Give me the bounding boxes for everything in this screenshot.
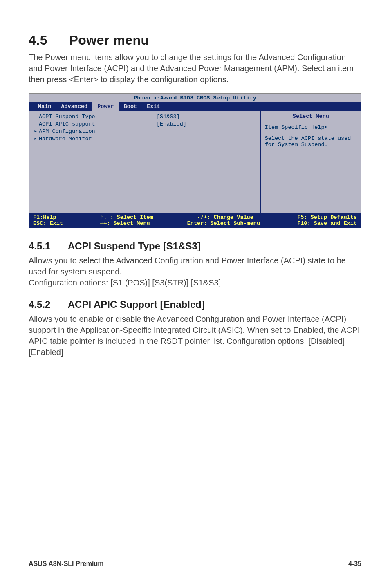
bios-footer: F1:Help ↑↓ : Select Item -/+: Change Val… bbox=[29, 213, 361, 228]
subsection-number: 4.5.1 bbox=[29, 240, 65, 252]
bios-item-value[interactable]: [Enabled] bbox=[157, 121, 255, 128]
bios-key-change: -/+: Change Value bbox=[197, 214, 253, 220]
subsection-body: Allows you to select the Advanced Config… bbox=[29, 255, 361, 277]
subsection-number: 4.5.2 bbox=[29, 299, 65, 310]
subsection-title: ACPI APIC Support [Enabled] bbox=[68, 299, 205, 310]
heading-number: 4.5 bbox=[29, 33, 65, 48]
footer-right: 4-35 bbox=[348, 560, 361, 568]
bios-tab-exit[interactable]: Exit bbox=[142, 102, 165, 111]
bios-key-select-item: ↑↓ : Select Item bbox=[100, 214, 153, 220]
bios-key-f5: F5: Setup Defaults bbox=[297, 214, 357, 220]
bios-item[interactable]: ACPI Suspend Type bbox=[34, 113, 132, 121]
bios-item-value[interactable]: [S1&S3] bbox=[157, 113, 255, 121]
bios-body: ACPI Suspend Type ACPI APIC support ▸APM… bbox=[29, 111, 361, 213]
subsection-body: Allows you to enable or disable the Adva… bbox=[29, 314, 361, 358]
submenu-triangle-icon: ▸ bbox=[34, 135, 39, 143]
bios-item-value bbox=[157, 135, 255, 143]
bios-settings-pane: ACPI Suspend Type ACPI APIC support ▸APM… bbox=[29, 111, 260, 213]
bios-key-esc: ESC: Exit bbox=[33, 220, 63, 227]
bios-tab-bar: Main Advanced Power Boot Exit bbox=[29, 102, 361, 111]
footer-left: ASUS A8N-SLI Premium bbox=[29, 560, 103, 568]
page: 4.5 Power menu The Power menu items allo… bbox=[0, 0, 390, 588]
bios-tab-advanced[interactable]: Advanced bbox=[56, 102, 92, 111]
bios-key-f1: F1:Help bbox=[33, 214, 56, 220]
bios-tab-boot[interactable]: Boot bbox=[119, 102, 142, 111]
bios-screenshot: Phoenix-Award BIOS CMOS Setup Utility Ma… bbox=[29, 93, 361, 228]
bios-tab-main[interactable]: Main bbox=[33, 102, 56, 111]
help-triangle-icon: ▸ bbox=[325, 123, 328, 130]
submenu-triangle-icon: ▸ bbox=[34, 128, 39, 135]
subsection-title: ACPI Suspend Type [S1&S3] bbox=[68, 240, 201, 251]
bios-item[interactable]: ▸Hardware Monitor bbox=[34, 135, 132, 143]
bios-help-pane: Select Menu Item Specific Help▸ Select t… bbox=[260, 111, 361, 213]
bios-help-specific: Item Specific Help▸ bbox=[265, 123, 357, 130]
page-footer: ASUS A8N-SLI Premium 4-35 bbox=[29, 557, 361, 568]
bios-key-f10: F10: Save and Exit bbox=[297, 220, 357, 227]
subsection-heading: 4.5.1 ACPI Suspend Type [S1&S3] bbox=[29, 240, 361, 252]
intro-paragraph: The Power menu items allow you to change… bbox=[29, 52, 361, 85]
bios-item-value bbox=[157, 128, 255, 135]
bios-help-body: Select the ACPI state used for System Su… bbox=[265, 135, 357, 148]
heading-title: Power menu bbox=[69, 33, 149, 47]
subsection-heading: 4.5.2 ACPI APIC Support [Enabled] bbox=[29, 299, 361, 310]
section-heading: 4.5 Power menu bbox=[29, 33, 361, 48]
bios-key-enter: Enter: Select Sub-menu bbox=[187, 220, 260, 227]
bios-item[interactable]: ACPI APIC support bbox=[34, 121, 132, 128]
bios-key-select-menu: →←: Select Menu bbox=[100, 220, 150, 227]
subsection-config-options: Configuration options: [S1 (POS)] [S3(ST… bbox=[29, 277, 361, 288]
bios-title-bar: Phoenix-Award BIOS CMOS Setup Utility bbox=[29, 94, 361, 102]
bios-help-title: Select Menu bbox=[265, 113, 357, 119]
bios-tab-power[interactable]: Power bbox=[92, 102, 119, 111]
bios-item[interactable]: ▸APM Configuration bbox=[34, 128, 132, 135]
